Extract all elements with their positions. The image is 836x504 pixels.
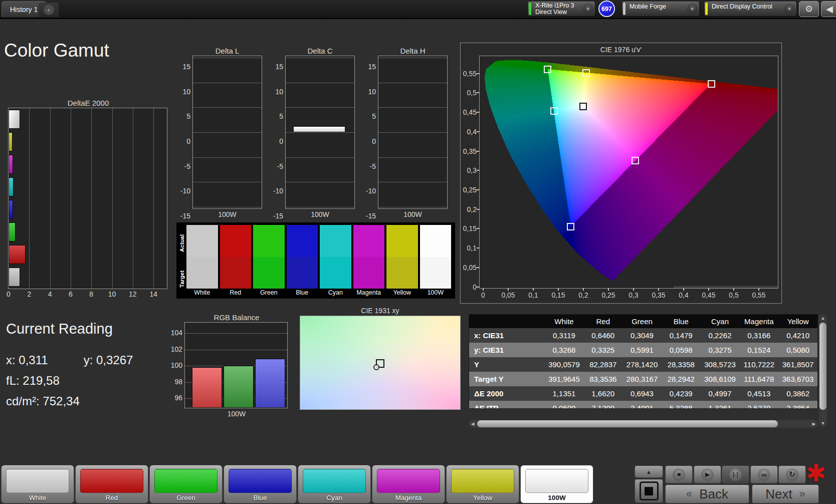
swatch-white-target [186, 257, 218, 289]
table-cell: 308,6109 [701, 375, 740, 383]
table-cell: 7,1200 [583, 404, 622, 409]
settings-button[interactable]: ⚙ [799, 1, 819, 17]
deltae-x-tick: 4 [48, 290, 52, 298]
interval-measure-button[interactable]: [-] [722, 465, 749, 483]
table-cell: 0,0500 [545, 404, 584, 409]
cie1976-x-tick: 0,4 [679, 291, 688, 299]
cie1976-y-tickmark [477, 170, 479, 171]
cie1976-y-tick: 0,35 [462, 147, 477, 155]
source-dropdown[interactable]: Mobile Forge ▼ [621, 1, 700, 17]
delta_c-y-tick: 10 [275, 88, 283, 96]
back-button[interactable]: « Back [665, 484, 749, 503]
delta_l-y-tick: 0 [186, 137, 190, 145]
delta_h-plot [378, 56, 448, 209]
measurement-count-badge[interactable]: 697 [598, 1, 615, 17]
delta_h-gridline [378, 207, 447, 207]
scroll-right-icon[interactable]: ▶ [810, 420, 818, 428]
patch-button-red[interactable]: Red [75, 465, 148, 503]
cie1976-measured-dot [552, 109, 556, 113]
cie1976-y-tickmark [477, 228, 479, 229]
patch-label: White [2, 494, 74, 501]
patch-window-button[interactable] [635, 479, 663, 503]
top-bar: History 1 + X-Rite i1Pro 3 Direct View ▼… [0, 0, 836, 19]
patch-button-100w[interactable]: 100W [520, 465, 593, 503]
display-control-dropdown[interactable]: Direct Display Control ▼ [704, 1, 797, 17]
next-button[interactable]: Next » [752, 484, 819, 503]
patch-button-cyan[interactable]: Cyan [298, 465, 371, 503]
patch-swatch [154, 469, 218, 493]
cie1976-measured-dot [568, 225, 572, 229]
delta_l-y-tick: -5 [184, 162, 190, 170]
delta-h-chart: Delta H151050-5-10-15100W [364, 47, 448, 218]
deltae-x-tick: 14 [149, 290, 157, 298]
table-cell: 0,4210 [778, 331, 817, 340]
deltae2000-x-axis: 02468101214 [8, 289, 168, 299]
horizontal-scroll-thumb[interactable] [477, 420, 778, 427]
table-column-header-magenta: Magenta [739, 317, 778, 326]
deltae-gridline [91, 108, 92, 289]
chevron-left-icon: « [686, 487, 692, 500]
table-cell: 111,6478 [739, 375, 778, 383]
patch-swatch [451, 469, 514, 493]
swatch-cyan: Cyan [320, 225, 351, 297]
scroll-left-icon[interactable]: ◀ [469, 420, 477, 428]
target-row-label: Target [178, 261, 185, 297]
swatch-green: Green [253, 225, 285, 297]
add-tab-button[interactable]: + [39, 3, 59, 17]
cie1976-marker-blue [567, 223, 574, 230]
swatch-red-target [220, 257, 252, 289]
cie1976-y-tick: 0,4 [462, 128, 477, 136]
scroll-up-icon[interactable]: ▲ [819, 314, 827, 322]
refresh-button[interactable]: ↻ [778, 465, 806, 483]
patch-label: Green [150, 494, 222, 501]
cie1976-measured-dot [581, 105, 585, 109]
delta_h-y-tick: -10 [366, 187, 376, 195]
table-cell: 308,5723 [701, 360, 740, 369]
patch-button-green[interactable]: Green [149, 465, 223, 503]
patch-button-white[interactable]: White [1, 465, 74, 503]
table-cell: 5,3288 [662, 404, 701, 409]
cie1976-x-tickmark [583, 288, 584, 291]
patch-list-up-button[interactable]: ▲ [635, 465, 663, 478]
swatch-red-actual [220, 225, 252, 257]
deltae-bar-magenta [9, 155, 13, 174]
table-cell: 0,6460 [583, 331, 622, 340]
source-status-bar [623, 3, 625, 15]
stop-measure-button[interactable]: ■ [665, 465, 693, 483]
delta_h-y-tick: -5 [370, 162, 376, 170]
measure-once-button[interactable]: ▶ [694, 465, 721, 483]
delta_c-y-tick: 15 [275, 63, 283, 71]
swatch-strip-row-labels: Actual Target [178, 225, 185, 297]
continuous-measure-button[interactable]: ∞ [750, 465, 778, 483]
table-cell: 2,5270 [739, 404, 778, 409]
patch-button-blue[interactable]: Blue [224, 465, 297, 503]
collapse-panel-button[interactable]: ◀ [821, 1, 836, 17]
table-horizontal-scrollbar[interactable]: ◀ ▶ [469, 420, 818, 428]
patch-button-magenta[interactable]: Magenta [372, 465, 445, 503]
delta_h-gridline [378, 157, 447, 158]
patch-button-yellow[interactable]: Yellow [446, 465, 519, 503]
table-vertical-scrollbar[interactable]: ▲ ▼ [819, 314, 827, 427]
table-cell: 0,2262 [701, 331, 740, 340]
cie1976-x-tick: 0,35 [652, 291, 665, 299]
gear-icon: ⚙ [805, 4, 813, 15]
delta_c-y-tick: -15 [273, 212, 283, 220]
table-cell: 28,3358 [662, 360, 701, 369]
table-row: x: CIE310,31190,64600,30490,14790,22620,… [469, 328, 817, 343]
swatch-green-actual [253, 225, 285, 257]
table-cell: 391,9645 [545, 375, 584, 383]
scroll-down-icon[interactable]: ▼ [819, 419, 827, 427]
table-cell: 0,3862 [778, 389, 817, 398]
reading-x: x: 0,311 [6, 353, 80, 367]
vertical-scroll-thumb[interactable] [819, 323, 826, 410]
table-row-label: x: CIE31 [469, 331, 545, 340]
delta_h-y-tick: 5 [372, 112, 376, 120]
cie1976-y-tick: 0 [462, 283, 477, 291]
meter-dropdown[interactable]: X-Rite i1Pro 3 Direct View ▼ [527, 1, 595, 17]
table-cell: 0,1524 [739, 346, 778, 354]
cie1976-x-tick: 0,1 [528, 291, 538, 299]
cie1976-plot: Gamut Coverage: 98,9% [479, 56, 778, 289]
deltae-gridline [112, 108, 113, 289]
cie1976-x-tickmark [683, 288, 684, 291]
table-cell: 0,3325 [583, 346, 622, 354]
